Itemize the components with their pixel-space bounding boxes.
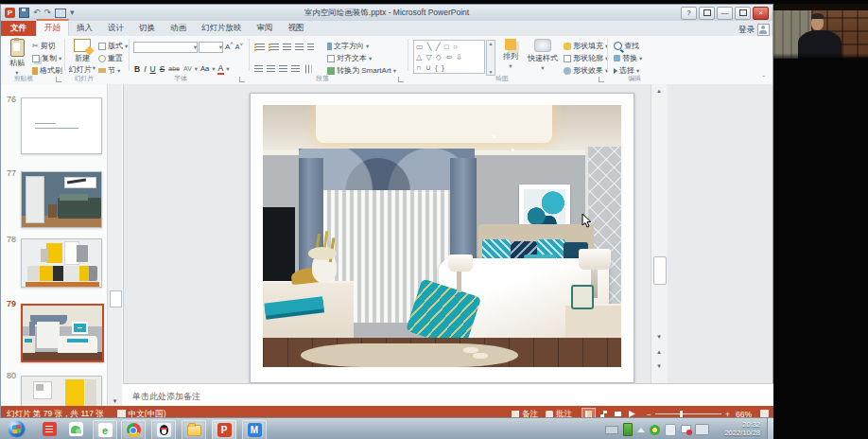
taskbar-qq[interactable]	[151, 420, 176, 439]
action-center-flag-icon[interactable]	[681, 425, 690, 435]
editor-scrollbar-thumb[interactable]	[653, 256, 667, 285]
taskbar-explorer[interactable]	[182, 420, 206, 439]
numbering-button[interactable]	[269, 44, 279, 51]
scroll-down-icon[interactable]: ▼	[652, 334, 666, 340]
reset-button[interactable]: 重置	[98, 53, 123, 63]
battery-icon[interactable]	[623, 423, 633, 436]
input-device-icon[interactable]	[605, 426, 618, 434]
tray-clock[interactable]: 20:32 2022/10/28	[724, 420, 760, 438]
previous-slide-icon[interactable]: ▲	[652, 349, 666, 355]
replace-icon	[614, 55, 620, 61]
show-desktop-button[interactable]	[767, 418, 773, 439]
redo-icon[interactable]: ↷	[44, 9, 52, 17]
tab-slideshow[interactable]: 幻灯片放映	[194, 21, 250, 36]
clear-formatting-button[interactable]: abe	[167, 65, 181, 72]
justify-button[interactable]	[291, 65, 300, 73]
change-case-button[interactable]: Aa	[200, 64, 210, 73]
shape-effects-button[interactable]: 形状效果▾	[564, 65, 608, 76]
qat-customize-icon[interactable]: ▾	[70, 9, 75, 17]
character-spacing-button[interactable]: AV	[182, 65, 193, 72]
shrink-font-button[interactable]: A˅	[235, 42, 243, 50]
slide-thumbnail-78[interactable]	[21, 238, 102, 288]
slideshow-from-start-icon[interactable]	[55, 9, 66, 18]
align-left-button[interactable]	[254, 65, 263, 73]
font-size-combo[interactable]: ▾	[199, 42, 223, 53]
restore-button[interactable]	[735, 7, 751, 20]
underline-button[interactable]: U	[149, 64, 157, 74]
shape-outline-button[interactable]: 形状轮廓▾	[564, 53, 608, 63]
collapse-ribbon-icon[interactable]: ˆ	[762, 74, 765, 82]
slide-thumbnail-80[interactable]	[21, 376, 102, 407]
undo-icon[interactable]: ↶	[33, 9, 41, 17]
slide-thumbnail-77[interactable]	[21, 171, 102, 228]
show-hidden-icons[interactable]	[637, 428, 645, 432]
align-text-button[interactable]: 对齐文本▾	[327, 53, 372, 63]
tab-home[interactable]: 开始	[36, 19, 69, 36]
columns-button[interactable]	[304, 64, 312, 73]
line-spacing-button[interactable]	[307, 44, 314, 51]
cut-button[interactable]: ✂剪切	[32, 41, 56, 51]
start-button[interactable]	[8, 420, 26, 438]
tab-insert[interactable]: 插入	[69, 21, 100, 36]
bullets-button[interactable]	[254, 44, 265, 51]
tab-transitions[interactable]: 切换	[131, 21, 163, 36]
tab-file[interactable]: 文件	[1, 21, 36, 36]
layout-button[interactable]: 版式 ▾	[98, 41, 128, 51]
tab-view[interactable]: 视图	[281, 21, 312, 36]
font-dialog-launcher[interactable]	[239, 77, 245, 82]
find-button[interactable]: 查找	[614, 41, 639, 51]
slide-thumbnail-79-selected[interactable]	[21, 304, 104, 362]
editor-scrollbar[interactable]: ▲ ▼ ▲ ▼	[651, 84, 668, 383]
device-tray-icon[interactable]	[665, 424, 676, 436]
align-center-button[interactable]	[267, 65, 275, 73]
grow-font-button[interactable]: A˄	[225, 41, 234, 51]
ribbon-display-button[interactable]	[699, 7, 715, 20]
security-tray-icon[interactable]	[650, 425, 660, 435]
shapes-scrollbar[interactable]: ▲▼	[486, 40, 495, 76]
font-name-combo[interactable]: ▾	[133, 42, 198, 53]
drawing-dialog-launcher[interactable]	[599, 77, 604, 82]
increase-indent-button[interactable]	[295, 44, 304, 51]
notes-pane[interactable]: 单击此处添加备注	[123, 383, 773, 407]
align-right-button[interactable]	[279, 65, 287, 73]
paragraph-dialog-launcher[interactable]	[398, 77, 404, 82]
taskbar-powerpoint-active[interactable]: P	[212, 420, 236, 439]
quick-styles-button[interactable]: 快速样式 ▾	[527, 39, 559, 80]
slide-thumbnail-76[interactable]	[21, 97, 102, 154]
text-direction-button[interactable]: 文字方向▾	[327, 41, 369, 51]
taskbar-blue-app[interactable]: M	[242, 420, 267, 439]
save-icon[interactable]	[19, 8, 29, 18]
font-color-button[interactable]: A	[217, 63, 225, 75]
replace-button[interactable]: 替换▾	[614, 53, 642, 63]
shape-fill-button[interactable]: 形状填充▾	[564, 41, 608, 51]
taskbar-red-app[interactable]	[38, 420, 61, 438]
thumbnail-scrollbar[interactable]: ▼	[107, 84, 122, 406]
network-icon[interactable]	[695, 424, 709, 435]
shapes-gallery[interactable]: ▭ ╲ ╱ □ ○ △ ▽ ◇ ⇦ ⇩ ∩ ∪ { }	[413, 40, 485, 74]
close-button[interactable]: ×	[753, 7, 769, 20]
slide-number-76: 76	[7, 95, 16, 104]
clock-date: 2022/10/28	[724, 429, 760, 437]
scroll-up-icon[interactable]: ▲	[652, 88, 666, 94]
sign-in[interactable]: 登录	[738, 24, 773, 36]
taskbar-chrome[interactable]	[121, 420, 146, 439]
next-slide-icon[interactable]: ▼	[652, 363, 666, 369]
tab-review[interactable]: 审阅	[250, 21, 281, 36]
thumbnail-scrollbar-thumb[interactable]	[110, 290, 122, 307]
thumbnail-scroll-down-icon[interactable]: ▼	[108, 398, 122, 404]
help-button[interactable]: ?	[681, 7, 697, 20]
minimize-button[interactable]: —	[717, 7, 733, 20]
quick-access-toolbar: P ↶ ↷ ▾	[1, 8, 75, 18]
decrease-indent-button[interactable]	[283, 44, 291, 51]
zoom-slider[interactable]	[655, 413, 721, 414]
taskbar-wechat[interactable]	[64, 420, 87, 438]
bold-button[interactable]: B	[133, 64, 141, 74]
tab-design[interactable]: 设计	[100, 21, 131, 36]
copy-button[interactable]: 复制 ▾	[32, 53, 61, 63]
italic-button[interactable]: I	[143, 64, 147, 74]
taskbar-360-browser[interactable]: e	[93, 420, 117, 439]
tab-animations[interactable]: 动画	[163, 21, 194, 36]
slide-canvas[interactable]	[250, 93, 634, 383]
zoom-slider-handle[interactable]	[680, 411, 683, 417]
strikethrough-button[interactable]: S	[159, 64, 166, 74]
